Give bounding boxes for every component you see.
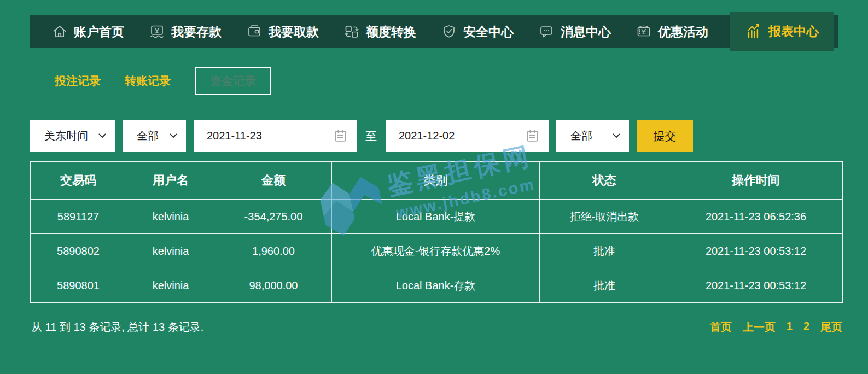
timezone-select[interactable]: 美东时间 [30, 120, 115, 152]
nav-item-label: 我要存款 [171, 24, 222, 40]
pagination-last[interactable]: 尾页 [820, 320, 842, 335]
nav-item-label: 消息中心 [561, 24, 611, 40]
cell-type: Local Bank-提款 [332, 200, 540, 234]
record-tabs: 投注记录 转账记录 资金记录 [55, 68, 271, 94]
table-row: 5891127 kelvinia -354,275.00 Local Bank-… [31, 200, 843, 234]
tab-bet-records[interactable]: 投注记录 [55, 73, 101, 89]
nav-item-label: 账户首页 [74, 24, 124, 40]
date-from-value: 2021-11-23 [207, 130, 262, 142]
date-to-input[interactable]: 2021-12-02 [386, 120, 549, 152]
header-transaction-code: 交易码 [31, 162, 126, 200]
deposit-icon [149, 24, 165, 40]
transfer-icon [343, 24, 360, 40]
nav-item-message-center[interactable]: 消息中心 [535, 15, 614, 48]
nav-item-limit-transfer[interactable]: 额度转换 [340, 15, 420, 48]
header-username: 用户名 [126, 162, 215, 200]
coupon-icon [636, 24, 652, 40]
nav-item-account-home[interactable]: 账户首页 [48, 15, 127, 48]
chevron-down-icon [613, 133, 620, 138]
timezone-select-value: 美东时间 [44, 128, 88, 143]
submit-button[interactable]: 提交 [637, 120, 693, 152]
cell-transaction-code: 5890802 [31, 234, 126, 268]
category-select-value: 全部 [137, 128, 159, 143]
header-status: 状态 [540, 162, 669, 200]
nav-item-report-center[interactable]: 报表中心 [730, 12, 834, 51]
records-summary: 从 11 到 13 条记录, 总计 13 条记录. [31, 320, 203, 335]
status-select[interactable]: 全部 [556, 120, 629, 152]
fund-records-table: 交易码 用户名 金额 类别 状态 操作时间 5891127 kelvinia -… [30, 161, 843, 303]
table-row: 5890801 kelvinia 98,000.00 Local Bank-存款… [31, 268, 843, 303]
nav-item-label: 报表中心 [768, 23, 819, 40]
tab-transfer-records[interactable]: 转账记录 [125, 73, 171, 89]
cell-amount: -354,275.00 [215, 200, 332, 234]
tab-fund-records[interactable]: 资金记录 [195, 67, 271, 95]
chart-growth-icon [745, 23, 762, 40]
nav-item-label: 额度转换 [366, 24, 416, 40]
header-amount: 金额 [215, 162, 332, 200]
message-bubble-icon [538, 24, 555, 40]
pagination-first[interactable]: 首页 [710, 320, 732, 335]
cell-operation-time: 2021-11-23 06:52:36 [669, 200, 843, 234]
date-range-to-label: 至 [365, 128, 377, 144]
nav-item-label: 优惠活动 [658, 24, 708, 40]
nav-item-label: 安全中心 [463, 24, 514, 40]
cell-username: kelvinia [126, 268, 215, 303]
table-row: 5890802 kelvinia 1,960.00 优惠现金-银行存款优惠2% … [31, 234, 843, 268]
nav-item-deposit[interactable]: 我要存款 [145, 15, 225, 48]
cell-amount: 98,000.00 [215, 268, 332, 303]
table-header-row: 交易码 用户名 金额 类别 状态 操作时间 [31, 162, 843, 200]
cell-transaction-code: 5890801 [31, 268, 126, 303]
nav-item-label: 我要取款 [269, 24, 319, 40]
header-type: 类别 [332, 162, 540, 200]
cell-type: Local Bank-存款 [332, 268, 540, 303]
date-to-value: 2021-12-02 [399, 130, 455, 142]
chevron-down-icon [170, 133, 177, 138]
pagination: 首页 上一页 1 2 尾页 [710, 320, 842, 335]
pagination-page-2[interactable]: 2 [803, 320, 809, 335]
cell-status: 拒绝-取消出款 [540, 200, 669, 234]
cell-type: 优惠现金-银行存款优惠2% [332, 234, 540, 268]
home-icon [51, 24, 68, 40]
chevron-down-icon [98, 133, 106, 138]
nav-item-withdraw[interactable]: 我要取款 [243, 15, 322, 48]
date-from-input[interactable]: 2021-11-23 [194, 120, 357, 152]
nav-item-promotions[interactable]: 优惠活动 [632, 15, 712, 48]
cell-operation-time: 2021-11-23 00:53:12 [669, 234, 843, 268]
withdraw-wallet-icon [246, 24, 263, 40]
cell-operation-time: 2021-11-23 00:53:12 [669, 268, 843, 303]
cell-status: 批准 [540, 234, 669, 268]
header-operation-time: 操作时间 [669, 162, 843, 200]
nav-item-security-center[interactable]: 安全中心 [438, 15, 517, 48]
filter-bar: 美东时间 全部 2021-11-23 至 2021-12-02 全部 提交 [30, 120, 693, 152]
cell-amount: 1,960.00 [215, 234, 332, 268]
shield-check-icon [441, 24, 457, 40]
category-select[interactable]: 全部 [123, 120, 186, 152]
cell-username: kelvinia [126, 234, 215, 268]
pagination-page-1[interactable]: 1 [787, 320, 793, 335]
top-navbar: 账户首页 我要存款 我要取款 [30, 15, 838, 48]
cell-transaction-code: 5891127 [31, 200, 126, 234]
cell-username: kelvinia [126, 200, 215, 234]
pagination-prev[interactable]: 上一页 [743, 320, 776, 335]
status-select-value: 全部 [570, 128, 592, 143]
calendar-icon[interactable] [333, 128, 348, 143]
calendar-icon[interactable] [525, 128, 540, 143]
cell-status: 批准 [540, 268, 669, 303]
